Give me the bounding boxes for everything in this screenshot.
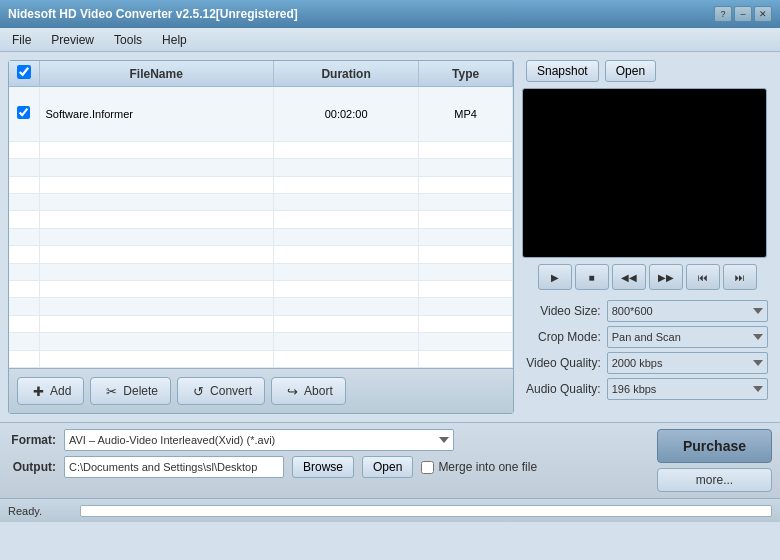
format-row: Format: AVI – Audio-Video Interleaved(Xv…: [8, 429, 649, 451]
col-checkbox: [9, 61, 39, 87]
file-list-panel: FileName Duration Type Software.Informer…: [8, 60, 514, 414]
video-size-label: Video Size:: [526, 304, 601, 318]
fast-forward-button[interactable]: ▶▶: [649, 264, 683, 290]
video-preview: [522, 88, 767, 258]
progress-bar-container: [80, 505, 772, 517]
status-text: Ready.: [8, 505, 68, 517]
skip-back-button[interactable]: ⏮: [686, 264, 720, 290]
menu-tools[interactable]: Tools: [106, 31, 150, 49]
more-button[interactable]: more...: [657, 468, 772, 492]
table-row-empty: [9, 159, 513, 176]
table-row-empty: [9, 141, 513, 158]
table-row-empty: [9, 193, 513, 210]
abort-icon: ↪: [284, 383, 300, 399]
title-bar-controls: ? – ✕: [714, 6, 772, 22]
format-select[interactable]: AVI – Audio-Video Interleaved(Xvid) (*.a…: [64, 429, 454, 451]
table-row-empty: [9, 246, 513, 263]
convert-icon: ↺: [190, 383, 206, 399]
menu-bar: File Preview Tools Help: [0, 28, 780, 52]
col-filename: FileName: [39, 61, 273, 87]
preview-panel: Snapshot Open ▶ ■ ◀◀ ▶▶ ⏮ ⏭ Video Size: …: [522, 60, 772, 414]
browse-button[interactable]: Browse: [292, 456, 354, 478]
audio-quality-label: Audio Quality:: [526, 382, 601, 396]
video-quality-label: Video Quality:: [526, 356, 601, 370]
row-checkbox-cell[interactable]: [9, 87, 39, 142]
purchase-button[interactable]: Purchase: [657, 429, 772, 463]
video-quality-select[interactable]: 2000 kbps1000 kbps3000 kbps5000 kbps: [607, 352, 768, 374]
table-row-empty: [9, 176, 513, 193]
output-label: Output:: [8, 460, 56, 474]
table-row-empty: [9, 315, 513, 332]
col-duration: Duration: [273, 61, 418, 87]
format-label: Format:: [8, 433, 56, 447]
output-path-input[interactable]: [64, 456, 284, 478]
table-row-empty: [9, 263, 513, 280]
row-type: MP4: [419, 87, 513, 142]
merge-checkbox[interactable]: [421, 461, 434, 474]
table-row-empty: [9, 280, 513, 297]
app-title: Nidesoft HD Video Converter v2.5.12[Unre…: [8, 7, 298, 21]
close-button[interactable]: ✕: [754, 6, 772, 22]
help-button[interactable]: ?: [714, 6, 732, 22]
snapshot-button[interactable]: Snapshot: [526, 60, 599, 82]
add-icon: ✚: [30, 383, 46, 399]
rewind-button[interactable]: ◀◀: [612, 264, 646, 290]
stop-button[interactable]: ■: [575, 264, 609, 290]
row-filename: Software.Informer: [39, 87, 273, 142]
bottom-section: Format: AVI – Audio-Video Interleaved(Xv…: [0, 422, 780, 498]
crop-mode-select[interactable]: Pan and ScanLetter BoxFull Screen: [607, 326, 768, 348]
audio-quality-select[interactable]: 196 kbps128 kbps256 kbps320 kbps: [607, 378, 768, 400]
title-bar: Nidesoft HD Video Converter v2.5.12[Unre…: [0, 0, 780, 28]
crop-mode-label: Crop Mode:: [526, 330, 601, 344]
row-duration: 00:02:00: [273, 87, 418, 142]
video-size-select[interactable]: 800*6001280*7201920*1080640*480: [607, 300, 768, 322]
minimize-button[interactable]: –: [734, 6, 752, 22]
action-buttons-row: ✚ Add ✂ Delete ↺ Convert ↪ Abort: [9, 368, 513, 413]
table-row-empty: [9, 333, 513, 350]
bottom-left: Format: AVI – Audio-Video Interleaved(Xv…: [8, 429, 649, 492]
delete-button[interactable]: ✂ Delete: [90, 377, 171, 405]
skip-forward-button[interactable]: ⏭: [723, 264, 757, 290]
open-output-button[interactable]: Open: [362, 456, 413, 478]
col-type: Type: [419, 61, 513, 87]
row-checkbox[interactable]: [17, 106, 30, 119]
table-row-empty: [9, 228, 513, 245]
delete-icon: ✂: [103, 383, 119, 399]
add-button[interactable]: ✚ Add: [17, 377, 84, 405]
output-row: Output: Browse Open Merge into one file: [8, 456, 649, 478]
bottom-right: Purchase more...: [657, 429, 772, 492]
table-row-empty: [9, 350, 513, 367]
abort-button[interactable]: ↪ Abort: [271, 377, 346, 405]
file-table: FileName Duration Type Software.Informer…: [9, 61, 513, 368]
convert-button[interactable]: ↺ Convert: [177, 377, 265, 405]
preview-controls: Snapshot Open: [522, 60, 772, 82]
select-all-checkbox[interactable]: [17, 65, 31, 79]
table-row: Software.Informer 00:02:00 MP4: [9, 87, 513, 142]
settings-area: Video Size: 800*6001280*7201920*1080640*…: [522, 296, 772, 404]
menu-help[interactable]: Help: [154, 31, 195, 49]
table-row-empty: [9, 298, 513, 315]
open-preview-button[interactable]: Open: [605, 60, 656, 82]
status-bar: Ready.: [0, 498, 780, 522]
table-row-empty: [9, 211, 513, 228]
main-content: FileName Duration Type Software.Informer…: [0, 52, 780, 422]
playback-controls: ▶ ■ ◀◀ ▶▶ ⏮ ⏭: [522, 264, 772, 290]
menu-file[interactable]: File: [4, 31, 39, 49]
menu-preview[interactable]: Preview: [43, 31, 102, 49]
merge-label: Merge into one file: [421, 460, 537, 474]
play-button[interactable]: ▶: [538, 264, 572, 290]
